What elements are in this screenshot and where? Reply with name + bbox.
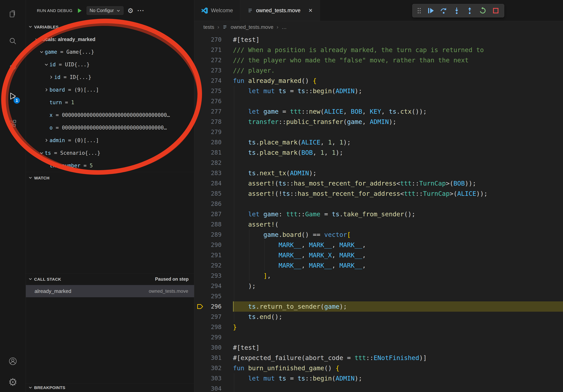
explorer-icon[interactable] bbox=[7, 8, 18, 19]
more-actions-icon[interactable]: ··· bbox=[137, 7, 144, 14]
watch-section-header[interactable]: WATCH bbox=[26, 172, 194, 184]
glyph-margin[interactable] bbox=[194, 117, 206, 127]
step-into-icon[interactable] bbox=[453, 7, 461, 15]
line-number[interactable]: 272 bbox=[206, 55, 221, 65]
tab-owned-tests-move[interactable]: owned_tests.move ✕ bbox=[240, 0, 320, 21]
code-line[interactable]: 298} bbox=[194, 322, 563, 332]
line-number[interactable]: 273 bbox=[206, 65, 221, 76]
chevron-down-icon[interactable] bbox=[38, 150, 45, 156]
line-number[interactable]: 283 bbox=[206, 168, 221, 178]
breakpoints-section-header[interactable]: BREAKPOINTS bbox=[26, 383, 194, 392]
line-number[interactable]: 301 bbox=[206, 353, 221, 363]
line-number[interactable]: 297 bbox=[206, 312, 221, 322]
variables-section-header[interactable]: VARIABLES bbox=[26, 21, 194, 33]
code-line[interactable]: 274fun already_marked() { bbox=[194, 76, 563, 86]
line-number[interactable]: 294 bbox=[206, 281, 221, 291]
line-number[interactable]: 276 bbox=[206, 96, 221, 106]
tab-welcome[interactable]: Welcome bbox=[194, 0, 240, 21]
glyph-margin[interactable] bbox=[194, 76, 206, 86]
glyph-margin[interactable] bbox=[194, 199, 206, 209]
glyph-margin[interactable] bbox=[194, 271, 206, 281]
glyph-margin[interactable] bbox=[194, 291, 206, 301]
glyph-margin[interactable] bbox=[194, 55, 206, 65]
code-line[interactable]: 290 MARK__, MARK__, MARK__, bbox=[194, 240, 563, 250]
breadcrumb-item[interactable]: owned_tests.move bbox=[230, 24, 273, 30]
code-line[interactable]: 287 let game: ttt::Game = ts.take_from_s… bbox=[194, 209, 563, 219]
chevron-right-icon[interactable] bbox=[48, 74, 54, 80]
code-line[interactable]: 295 bbox=[194, 291, 563, 301]
code-line[interactable]: 289 game.board() == vector[ bbox=[194, 230, 563, 240]
glyph-margin[interactable] bbox=[194, 45, 206, 55]
glyph-margin[interactable] bbox=[194, 209, 206, 219]
line-number[interactable]: 288 bbox=[206, 219, 221, 230]
variable-row[interactable]: id = ID{...} bbox=[26, 71, 194, 83]
code-line[interactable]: 299 bbox=[194, 332, 563, 342]
glyph-margin[interactable] bbox=[194, 35, 206, 45]
code-line[interactable]: 280 ts.place_mark(ALICE, 1, 1); bbox=[194, 137, 563, 147]
chevron-down-icon[interactable] bbox=[38, 49, 45, 55]
line-number[interactable]: 281 bbox=[206, 147, 221, 158]
code-line[interactable]: 281 ts.place_mark(BOB, 1, 1); bbox=[194, 147, 563, 158]
debug-current-line-icon[interactable] bbox=[194, 301, 206, 312]
code-line[interactable]: 286 bbox=[194, 199, 563, 209]
chevron-right-icon[interactable] bbox=[43, 87, 50, 93]
line-number[interactable]: 275 bbox=[206, 86, 221, 96]
glyph-margin[interactable] bbox=[194, 188, 206, 199]
code-line[interactable]: 291 MARK__, MARK_X, MARK__, bbox=[194, 250, 563, 260]
code-line[interactable]: 303 let mut ts = ts::begin(ADMIN); bbox=[194, 373, 563, 383]
code-line[interactable]: 283 ts.next_tx(ADMIN); bbox=[194, 168, 563, 178]
variable-row[interactable]: id = UID{...} bbox=[26, 58, 194, 71]
code-line[interactable]: 279 bbox=[194, 127, 563, 137]
code-line[interactable]: 272/// the player who made the "false" m… bbox=[194, 55, 563, 65]
glyph-margin[interactable] bbox=[194, 137, 206, 147]
call-stack-section-header[interactable]: CALL STACK Paused on step bbox=[26, 273, 194, 285]
glyph-margin[interactable] bbox=[194, 353, 206, 363]
line-number[interactable]: 298 bbox=[206, 322, 221, 332]
glyph-margin[interactable] bbox=[194, 260, 206, 271]
variable-row[interactable]: turn = 1 bbox=[26, 96, 194, 109]
code-line[interactable]: 273/// player. bbox=[194, 65, 563, 76]
code-line[interactable]: 276 bbox=[194, 96, 563, 106]
glyph-margin[interactable] bbox=[194, 322, 206, 332]
glyph-margin[interactable] bbox=[194, 86, 206, 96]
restart-icon[interactable] bbox=[479, 7, 487, 15]
line-number[interactable]: 270 bbox=[206, 35, 221, 45]
line-number[interactable]: 285 bbox=[206, 188, 221, 199]
glyph-margin[interactable] bbox=[194, 65, 206, 76]
line-number[interactable]: 287 bbox=[206, 209, 221, 219]
glyph-margin[interactable] bbox=[194, 281, 206, 291]
glyph-margin[interactable] bbox=[194, 332, 206, 342]
step-out-icon[interactable] bbox=[466, 7, 474, 15]
code-line[interactable]: 277 let game = ttt::new(ALICE, BOB, KEY,… bbox=[194, 106, 563, 117]
line-number[interactable]: 300 bbox=[206, 342, 221, 353]
code-line[interactable]: 275 let mut ts = ts::begin(ADMIN); bbox=[194, 86, 563, 96]
variables-scope-row[interactable]: locals: already_marked bbox=[26, 33, 194, 46]
code-line[interactable]: 288 assert!( bbox=[194, 219, 563, 230]
variable-row[interactable]: txn_number = 5 bbox=[26, 159, 194, 172]
line-number[interactable]: 282 bbox=[206, 158, 221, 168]
glyph-margin[interactable] bbox=[194, 363, 206, 373]
line-number[interactable]: 289 bbox=[206, 230, 221, 240]
call-stack-frame[interactable]: already_markedowned_tests.move bbox=[26, 285, 194, 297]
line-number[interactable]: 293 bbox=[206, 271, 221, 281]
code-line[interactable]: 282 bbox=[194, 158, 563, 168]
variable-row[interactable]: game = Game{...} bbox=[26, 46, 194, 58]
code-line[interactable]: 300#[test] bbox=[194, 342, 563, 353]
code-line[interactable]: 304 bbox=[194, 383, 563, 392]
step-over-icon[interactable] bbox=[440, 7, 448, 15]
code-line[interactable]: 270#[test] bbox=[194, 35, 563, 45]
glyph-margin[interactable] bbox=[194, 127, 206, 137]
line-number[interactable]: 292 bbox=[206, 260, 221, 271]
glyph-margin[interactable] bbox=[194, 230, 206, 240]
continue-icon[interactable] bbox=[427, 7, 435, 15]
breadcrumb-item[interactable]: tests bbox=[203, 24, 214, 30]
glyph-margin[interactable] bbox=[194, 158, 206, 168]
line-number[interactable]: 302 bbox=[206, 363, 221, 373]
code-line[interactable]: 302fun burn_unfinished_game() { bbox=[194, 363, 563, 373]
code-line[interactable]: 271/// When a position is already marked… bbox=[194, 45, 563, 55]
glyph-margin[interactable] bbox=[194, 312, 206, 322]
variable-row[interactable]: o = 000000000000000000000000000000000… bbox=[26, 121, 194, 134]
variable-row[interactable]: x = 0000000000000000000000000000000000… bbox=[26, 109, 194, 121]
code-line[interactable]: 294 ); bbox=[194, 281, 563, 291]
line-number[interactable]: 280 bbox=[206, 137, 221, 147]
